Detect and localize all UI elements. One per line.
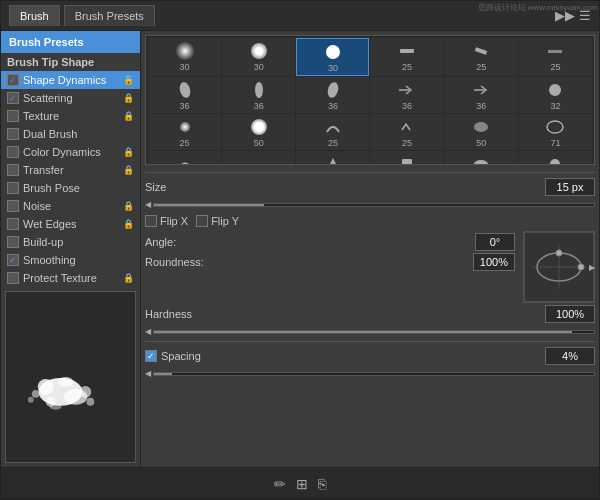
sidebar-item-wet-edges[interactable]: Wet Edges 🔒 bbox=[1, 215, 140, 233]
dual-brush-label: Dual Brush bbox=[23, 128, 77, 140]
spacing-slider-row: ◀ bbox=[145, 369, 595, 378]
brush-shape-dash bbox=[548, 40, 562, 62]
hardness-slider-arrow[interactable]: ◀ bbox=[145, 327, 151, 336]
brush-cell-7[interactable]: 36 bbox=[148, 77, 221, 113]
flip-y-text: Flip Y bbox=[211, 215, 239, 227]
texture-checkbox[interactable] bbox=[7, 110, 19, 122]
brush-cell-19[interactable]: 25 bbox=[148, 151, 221, 165]
brush-cell-4[interactable]: 25 bbox=[370, 38, 443, 76]
brush-grid-wrapper: 30 30 30 bbox=[145, 35, 595, 165]
brush-cell-2[interactable]: 30 bbox=[222, 38, 295, 76]
brush-cell-13[interactable]: 25 bbox=[148, 114, 221, 150]
brush-cell-20[interactable]: 25 bbox=[222, 151, 295, 165]
sidebar-item-scattering[interactable]: Scattering 🔒 bbox=[1, 89, 140, 107]
sidebar-item-noise[interactable]: Noise 🔒 bbox=[1, 197, 140, 215]
hardness-slider-track[interactable] bbox=[153, 330, 595, 334]
buildup-label: Build-up bbox=[23, 236, 63, 248]
noise-lock: 🔒 bbox=[123, 201, 134, 211]
brush-cell-5[interactable]: 25 bbox=[445, 38, 518, 76]
roundness-value[interactable]: 100% bbox=[473, 253, 515, 271]
brush-bottom-icon[interactable]: ✏ bbox=[274, 476, 286, 492]
brush-shape-leaf3 bbox=[325, 79, 341, 101]
settings-bottom-icon[interactable]: ⎘ bbox=[318, 476, 326, 492]
scattering-checkbox[interactable] bbox=[7, 92, 19, 104]
sidebar-title: Brush Presets bbox=[1, 31, 140, 53]
brush-shape-r3-3 bbox=[325, 116, 341, 138]
sidebar-item-protect-texture[interactable]: Protect Texture 🔒 bbox=[1, 269, 140, 287]
brush-cell-21[interactable]: 25 bbox=[296, 151, 369, 165]
spacing-slider-track[interactable] bbox=[153, 372, 595, 376]
spacing-checkbox[interactable] bbox=[145, 350, 157, 362]
size-value[interactable]: 15 px bbox=[545, 178, 595, 196]
svg-point-16 bbox=[474, 160, 488, 165]
brush-shape-r3-5 bbox=[472, 116, 490, 138]
brush-shape-r4-3 bbox=[326, 153, 340, 165]
brush-cell-12[interactable]: 32 bbox=[519, 77, 592, 113]
sidebar-item-smoothing[interactable]: Smoothing bbox=[1, 251, 140, 269]
buildup-checkbox[interactable] bbox=[7, 236, 19, 248]
svg-point-6 bbox=[79, 386, 91, 398]
brush-cell-16[interactable]: 25 bbox=[370, 114, 443, 150]
brush-cell-17[interactable]: 50 bbox=[445, 114, 518, 150]
brush-grid: 30 30 30 bbox=[145, 35, 595, 165]
angle-row: Angle: 0° bbox=[145, 233, 515, 251]
brush-cell-22[interactable]: 25 bbox=[370, 151, 443, 165]
sidebar-item-buildup[interactable]: Build-up bbox=[1, 233, 140, 251]
brush-cell-10[interactable]: 36 bbox=[370, 77, 443, 113]
brush-cell-24[interactable]: 35 bbox=[519, 151, 592, 165]
brush-cell-1[interactable]: 30 bbox=[148, 38, 221, 76]
color-dynamics-checkbox[interactable] bbox=[7, 146, 19, 158]
sidebar-item-brush-tip-shape[interactable]: Brush Tip Shape bbox=[1, 53, 140, 71]
color-dynamics-lock: 🔒 bbox=[123, 147, 134, 157]
smoothing-checkbox[interactable] bbox=[7, 254, 19, 266]
size-slider-left-arrow[interactable]: ◀ bbox=[145, 200, 151, 209]
brush-shape-arrow bbox=[399, 79, 415, 101]
transfer-checkbox[interactable] bbox=[7, 164, 19, 176]
brush-cell-11[interactable]: 36 bbox=[445, 77, 518, 113]
size-slider-track[interactable] bbox=[153, 203, 595, 207]
tab-brush-presets[interactable]: Brush Presets bbox=[64, 5, 155, 26]
flip-y-checkbox[interactable] bbox=[196, 215, 208, 227]
size-label: Size bbox=[145, 181, 215, 193]
sidebar-item-brush-pose[interactable]: Brush Pose bbox=[1, 179, 140, 197]
spacing-label: Spacing bbox=[161, 350, 201, 362]
shape-dynamics-checkbox[interactable] bbox=[7, 74, 19, 86]
protect-texture-checkbox[interactable] bbox=[7, 272, 19, 284]
brush-cell-8[interactable]: 36 bbox=[222, 77, 295, 113]
brush-preview bbox=[5, 291, 136, 463]
sidebar-item-transfer[interactable]: Transfer 🔒 bbox=[1, 161, 140, 179]
angle-wheel[interactable]: ▶ bbox=[523, 231, 595, 303]
angle-value[interactable]: 0° bbox=[475, 233, 515, 251]
noise-checkbox[interactable] bbox=[7, 200, 19, 212]
spacing-value[interactable]: 4% bbox=[545, 347, 595, 365]
brush-cell-15[interactable]: 25 bbox=[296, 114, 369, 150]
sidebar-item-texture[interactable]: Texture 🔒 bbox=[1, 107, 140, 125]
wet-edges-label: Wet Edges bbox=[23, 218, 77, 230]
divider-1 bbox=[145, 172, 595, 173]
flip-y-label[interactable]: Flip Y bbox=[196, 215, 239, 227]
flip-x-label[interactable]: Flip X bbox=[145, 215, 188, 227]
brush-shape-r4-5 bbox=[473, 153, 489, 165]
sidebar: Brush Presets Brush Tip Shape Shape Dyna… bbox=[1, 31, 141, 467]
brush-cell-6[interactable]: 25 bbox=[519, 38, 592, 76]
brush-pose-checkbox[interactable] bbox=[7, 182, 19, 194]
brush-cell-9[interactable]: 36 bbox=[296, 77, 369, 113]
brush-cell-23[interactable]: 25 bbox=[445, 151, 518, 165]
hardness-label: Hardness bbox=[145, 308, 215, 320]
flip-x-checkbox[interactable] bbox=[145, 215, 157, 227]
brush-tip-label: Brush Tip Shape bbox=[7, 56, 94, 68]
brush-cell-3[interactable]: 30 bbox=[296, 38, 369, 76]
sidebar-item-dual-brush[interactable]: Dual Brush bbox=[1, 125, 140, 143]
brush-cell-14[interactable]: 50 bbox=[222, 114, 295, 150]
sidebar-item-color-dynamics[interactable]: Color Dynamics 🔒 bbox=[1, 143, 140, 161]
wet-edges-checkbox[interactable] bbox=[7, 218, 19, 230]
hardness-value[interactable]: 100% bbox=[545, 305, 595, 323]
sidebar-item-shape-dynamics[interactable]: Shape Dynamics 🔒 bbox=[1, 71, 140, 89]
spacing-slider-arrow[interactable]: ◀ bbox=[145, 369, 151, 378]
brush-shape-r4-6 bbox=[548, 153, 562, 165]
dual-brush-checkbox[interactable] bbox=[7, 128, 19, 140]
size-row: Size 15 px bbox=[145, 178, 595, 196]
tab-brush[interactable]: Brush bbox=[9, 5, 60, 26]
brush-cell-18[interactable]: 71 bbox=[519, 114, 592, 150]
grid-bottom-icon[interactable]: ⊞ bbox=[296, 476, 308, 492]
